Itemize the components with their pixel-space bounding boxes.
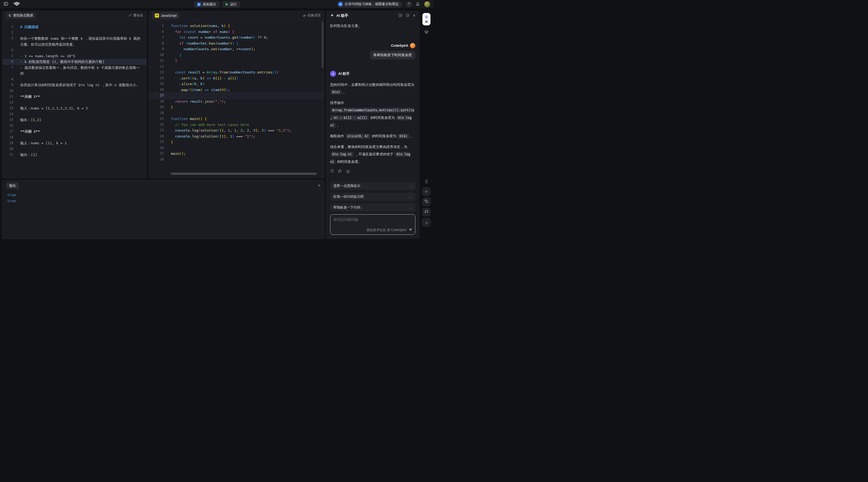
drag-handle-icon[interactable]: [425, 179, 428, 183]
topbar: + 添加题目 运行 分享代码练习体验，领限量定制周边 ?: [0, 0, 434, 9]
code-line: 8 if (numberSet.has(number)) {: [149, 40, 324, 47]
switch-language-button[interactable]: ⇄ 切换语言: [303, 13, 321, 18]
code-line: 26: [149, 145, 324, 151]
tab-javascript[interactable]: JS JavaScript: [152, 12, 180, 19]
ai-message-paragraph: 综合来看，整体的时间复杂度主要由排序决定，为 O(n log n) ，不满足题目…: [330, 143, 415, 166]
output-line: true: [7, 192, 319, 198]
code-line: 9 numberCounts.set(number, ++count);: [149, 46, 324, 52]
problem-line: 21输出：[1]: [2, 152, 147, 158]
code-line: 18 return result.join(",");: [149, 98, 324, 105]
open-in-panel-button[interactable]: [398, 13, 402, 18]
paper-plane-icon: [408, 227, 412, 233]
megaphone-icon: [338, 2, 343, 6]
vertical-scrollbar[interactable]: [322, 22, 323, 68]
ai-suggestion-button[interactable]: 需要一点思路提示→: [330, 182, 415, 190]
ai-rail-label: AI: [425, 20, 428, 23]
problem-line: 10: [2, 88, 147, 94]
problem-line: 2: [2, 30, 147, 36]
ai-assistant-panel: AI 助手 × 队时取出队首元素。 CodeSpirit: [326, 11, 420, 239]
code-line: 25}: [149, 139, 324, 145]
bell-icon: [416, 2, 420, 7]
problem-line: 12: [2, 100, 147, 106]
output-line: true: [7, 198, 319, 204]
code-line: 27main();: [149, 151, 324, 157]
user-message-header: CodeSpirit: [330, 43, 415, 48]
ai-avatar: [330, 71, 336, 77]
ai-rail-button[interactable]: AI: [423, 13, 431, 25]
ai-input-field[interactable]: [330, 215, 415, 226]
horizontal-scrollbar[interactable]: [171, 173, 317, 175]
problem-line: 5- 1 <= nums.length <= 10^5: [2, 53, 147, 59]
problem-markdown-editor[interactable]: 1# 问题描述23给你一个整数数组 nums 和一个整数 k ，请你返回其中出现…: [2, 20, 147, 178]
favorite-button[interactable]: ☆: [423, 188, 431, 196]
send-button[interactable]: [408, 227, 412, 233]
arrow-right-icon: →: [409, 206, 412, 210]
code-line: 13 const result = Array.from(numberCount…: [149, 69, 324, 75]
codespirit-avatar: [410, 43, 415, 48]
ai-message-paragraph: 截取操作 slice(0, k) 的时间复杂度为 O(k) 。: [330, 132, 415, 140]
message-actions: [330, 169, 415, 174]
help-button[interactable]: ?: [406, 2, 411, 7]
problem-panel: ⇅ 查找热点数据 重命名 1# 问题描述23给你一个整数数组 nums 和一个整…: [2, 11, 147, 178]
code-editor-panel: JS JavaScript ⇄ 切换语言 1function solution(…: [149, 11, 324, 178]
add-question-button[interactable]: + 添加题目: [194, 1, 219, 7]
code-line: 17: [149, 93, 324, 98]
problem-line: 11**示例 1**: [2, 94, 147, 100]
ai-message-paragraph: 您的代码中，去重和统计次数的循环部分时间复杂度为 O(n) 。: [330, 81, 415, 96]
rename-button[interactable]: 重命名: [129, 13, 144, 18]
problem-line: 4: [2, 47, 147, 53]
output-close-button[interactable]: ×: [318, 183, 320, 188]
ai-chat-scroll-area[interactable]: 队时取出队首元素。 CodeSpirit 再帮我检查下时间复杂度 AI 助手 您…: [326, 20, 419, 182]
comment-button[interactable]: [423, 208, 431, 216]
run-label: 运行: [230, 2, 237, 7]
sidebar-toggle-button[interactable]: [4, 2, 8, 7]
main-area: ⇅ 查找热点数据 重命名 1# 问题描述23给你一个整数数组 nums 和一个整…: [0, 9, 434, 241]
ai-suggestion-button[interactable]: 给我一些代码提示吧→: [330, 193, 415, 201]
thumbs-down-button[interactable]: [346, 169, 350, 174]
share-banner-button[interactable]: 分享代码练习体验，领限量定制周边: [337, 1, 402, 8]
output-header: 输出 ×: [2, 180, 324, 191]
ai-panel-title: AI 助手: [336, 13, 348, 18]
regenerate-button[interactable]: [330, 169, 334, 174]
ai-close-button[interactable]: ×: [413, 13, 415, 18]
add-question-label: 添加题目: [203, 2, 216, 7]
code-line: 19}: [149, 104, 324, 110]
code-editor[interactable]: 1function solution(nums, k) {6 for (cons…: [149, 20, 324, 178]
juejin-logo-icon[interactable]: [13, 1, 20, 7]
ai-previous-message-tail: 队时取出队首元素。: [330, 24, 415, 28]
thumbs-down-icon: [346, 169, 350, 174]
problem-line: 19输入：nums = [1], k = 1: [2, 140, 147, 146]
tab-javascript-label: JavaScript: [161, 14, 177, 18]
output-panel: 输出 × truetrue: [2, 180, 324, 239]
code-line: 20: [149, 110, 324, 116]
output-tab[interactable]: 输出: [6, 182, 19, 189]
ai-suggestion-button[interactable]: 帮我检查一下代码→: [330, 203, 415, 211]
notifications-button[interactable]: [416, 2, 420, 7]
code-line: 21function main() {: [149, 116, 324, 122]
problem-line: 14: [2, 111, 147, 117]
run-button[interactable]: 运行: [223, 1, 240, 7]
problem-line: 3给你一个整数数组 nums 和一个整数 k ，请你返回其中出现频率前 k 高的…: [2, 36, 147, 47]
assistant-message-header: AI 助手: [330, 71, 415, 77]
ai-footer: 需要一点思路提示→给我一些代码提示吧→帮我检查一下代码→ 掘金技术社区 @ Co…: [326, 182, 419, 238]
problem-line: 1# 问题描述: [2, 24, 147, 30]
gem-rail-button[interactable]: [424, 30, 429, 35]
rename-label: 重命名: [133, 13, 144, 18]
editor-header: JS JavaScript ⇄ 切换语言: [149, 11, 324, 20]
problem-title: 查找热点数据: [13, 13, 33, 18]
problem-title-button[interactable]: ⇅ 查找热点数据: [6, 12, 36, 19]
tag-button[interactable]: [423, 198, 431, 206]
home-button[interactable]: ⌂: [423, 218, 431, 226]
comment-icon: [425, 210, 429, 215]
code-line: 15 .slice(0, k): [149, 81, 324, 87]
user-avatar[interactable]: [424, 1, 430, 7]
swap-language-icon: ⇄: [303, 13, 306, 18]
tag-icon: [425, 199, 429, 204]
thumbs-up-button[interactable]: [338, 169, 342, 174]
code-line: 10 }: [149, 52, 324, 58]
history-button[interactable]: [406, 13, 410, 18]
ai-input-box[interactable]: 掘金技术社区 @ CodeSpirit: [330, 214, 415, 235]
code-line: 1function solution(nums, k) {: [149, 23, 324, 29]
question-icon: ?: [406, 2, 411, 7]
user-message-bubble: 再帮我检查下时间复杂度: [370, 51, 415, 59]
